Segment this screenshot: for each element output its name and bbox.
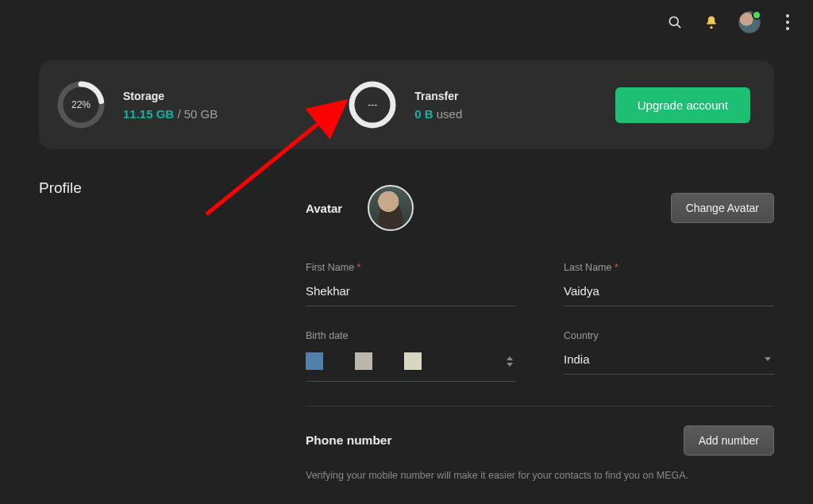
chevron-down-icon (765, 357, 771, 361)
first-name-input[interactable] (306, 279, 516, 306)
birth-date-label: Birth date (306, 330, 516, 341)
country-select[interactable]: India (564, 348, 774, 375)
phone-number-label: Phone number (306, 433, 392, 448)
last-name-field: Last Name * (564, 262, 774, 306)
first-name-field: First Name * (306, 262, 516, 306)
first-name-label: First Name * (306, 262, 516, 273)
user-avatar-small[interactable] (738, 11, 761, 33)
storage-used: 11.15 GB (123, 107, 174, 121)
add-number-button[interactable]: Add number (684, 425, 774, 456)
country-label: Country (564, 330, 774, 341)
change-avatar-button[interactable]: Change Avatar (671, 193, 774, 223)
top-bar (0, 0, 813, 44)
birth-month-select[interactable] (355, 352, 372, 370)
svg-line-1 (677, 25, 680, 28)
divider (306, 406, 774, 406)
profile-form: First Name * Last Name * Birth date (306, 262, 774, 481)
avatar-row: Avatar Change Avatar (306, 185, 774, 231)
usage-panel: 22% Storage 11.15 GB / 50 GB --- Transfe… (39, 60, 774, 149)
birth-day-select[interactable] (306, 352, 323, 370)
upgrade-account-button[interactable]: Upgrade account (615, 87, 750, 123)
chevron-up-icon (507, 356, 513, 360)
birth-date-stepper[interactable] (507, 356, 516, 367)
last-name-input[interactable] (564, 279, 774, 306)
transfer-used-suffix: used (433, 107, 463, 121)
search-icon[interactable] (665, 13, 684, 32)
transfer-percent-label: --- (348, 80, 397, 129)
storage-cap: 50 GB (184, 107, 218, 121)
svg-point-2 (710, 26, 712, 29)
phone-help-text: Verifying your mobile number will make i… (306, 470, 774, 481)
last-name-label: Last Name * (564, 262, 774, 273)
birth-date-field: Birth date (306, 330, 516, 382)
bell-icon[interactable] (702, 13, 721, 32)
storage-stat: Storage 11.15 GB / 50 GB (123, 90, 218, 121)
transfer-stat: Transfer 0 B used (414, 90, 462, 121)
chevron-down-icon (507, 363, 513, 367)
country-field: Country India (564, 330, 774, 382)
storage-ring: 22% (56, 80, 106, 129)
storage-percent-label: 22% (56, 80, 106, 129)
transfer-used: 0 B (414, 107, 433, 121)
storage-sep: / (174, 107, 184, 121)
storage-title: Storage (123, 90, 218, 102)
user-avatar-large (368, 185, 414, 231)
country-value: India (564, 352, 590, 366)
transfer-title: Transfer (414, 90, 462, 102)
profile-section-title: Profile (39, 179, 82, 197)
transfer-ring: --- (348, 80, 397, 129)
birth-year-select[interactable] (404, 352, 422, 370)
avatar-label: Avatar (306, 202, 342, 215)
kebab-menu-icon[interactable] (778, 13, 797, 32)
